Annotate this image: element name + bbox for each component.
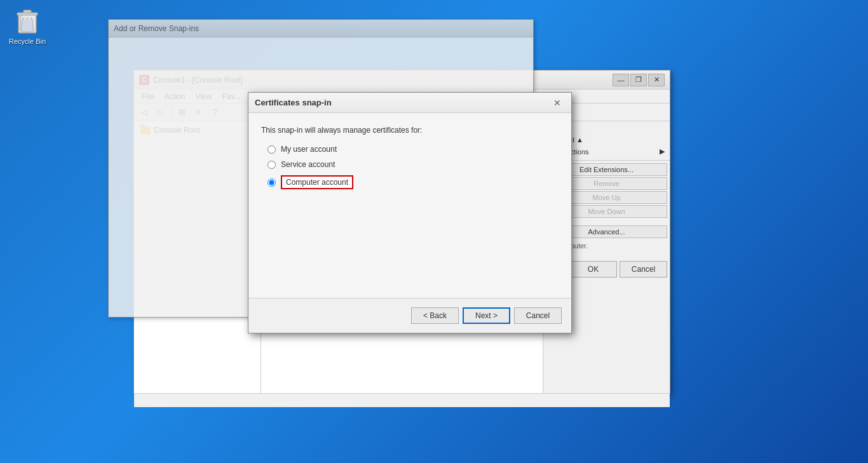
recycle-bin-icon[interactable]: Recycle Bin <box>5 5 50 46</box>
cert-dialog-titlebar: Certificates snap-in ✕ <box>248 93 571 113</box>
bg-dialog-titlebar: Add or Remove Snap-ins <box>109 20 533 37</box>
mmc-statusbar <box>134 393 670 407</box>
cert-dialog-body: This snap-in will always manage certific… <box>248 113 571 196</box>
radio-label-computer: Computer account <box>281 175 353 189</box>
minimize-button[interactable]: — <box>613 74 629 86</box>
cert-close-button[interactable]: ✕ <box>550 95 565 111</box>
radio-input-my-user[interactable] <box>268 145 276 154</box>
next-button-label: Next > <box>475 311 498 320</box>
radio-group: My user account Service account Computer… <box>268 145 559 189</box>
cancel-button[interactable]: Cancel <box>514 307 562 324</box>
mmc-window-controls: — ❐ ✕ <box>613 74 665 86</box>
radio-input-computer[interactable] <box>268 178 276 187</box>
close-button[interactable]: ✕ <box>648 74 665 86</box>
cert-dialog-title: Certificates snap-in <box>255 98 550 107</box>
radio-service-account[interactable]: Service account <box>268 160 559 169</box>
recycle-bin-label: Recycle Bin <box>5 37 50 46</box>
restore-button[interactable]: ❐ <box>630 74 647 86</box>
cert-dialog-footer: < Back Next > Cancel <box>248 298 571 333</box>
cert-description: This snap-in will always manage certific… <box>261 126 559 135</box>
radio-label-my-user: My user account <box>281 145 337 154</box>
svg-rect-1 <box>17 13 37 15</box>
radio-my-user-account[interactable]: My user account <box>268 145 559 154</box>
radio-label-service: Service account <box>281 160 335 169</box>
desktop: Recycle Bin C Console1 - [Console Root] … <box>0 0 868 463</box>
radio-input-service[interactable] <box>268 161 276 169</box>
back-button[interactable]: < Back <box>411 307 459 324</box>
svg-rect-2 <box>24 10 31 13</box>
next-button[interactable]: Next > <box>463 307 510 324</box>
radio-computer-account[interactable]: Computer account <box>268 175 559 189</box>
cancel-button-main[interactable]: Cancel <box>620 261 667 278</box>
bg-dialog-title: Add or Remove Snap-ins <box>114 24 199 33</box>
certificates-snapin-dialog: Certificates snap-in ✕ This snap-in will… <box>248 92 572 333</box>
ok-button-main[interactable]: OK <box>569 261 617 278</box>
